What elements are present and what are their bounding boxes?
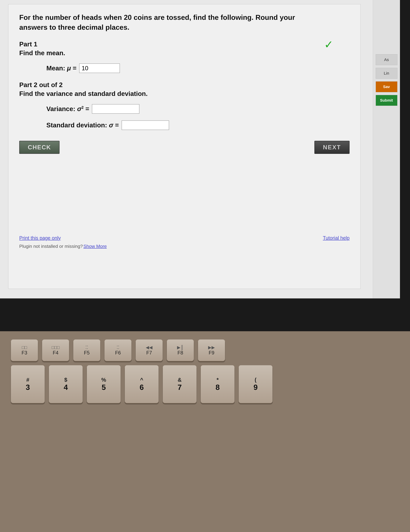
key-5-bottom: 5 bbox=[102, 383, 106, 392]
key-7-top: & bbox=[178, 377, 182, 383]
fn-key-row: □□ F3 □□□ F4 ⁚⁚ F5 ⁚⁚ F6 ◀◀ F7 ▶║ F8 bbox=[11, 339, 399, 361]
show-more-link[interactable]: Show More bbox=[83, 244, 107, 249]
key-f3-label: F3 bbox=[22, 350, 27, 356]
plugin-notice-text: Plugin not installed or missing? bbox=[19, 244, 83, 249]
sidebar-btn-submit[interactable]: Submit bbox=[376, 95, 397, 106]
page-content: For the number of heads when 20 coins ar… bbox=[8, 4, 361, 289]
key-6[interactable]: ^ 6 bbox=[125, 365, 159, 403]
footer-links: Print this page only Tutorial help bbox=[19, 235, 350, 241]
keyboard-area: □□ F3 □□□ F4 ⁚⁚ F5 ⁚⁚ F6 ◀◀ F7 ▶║ F8 bbox=[0, 315, 410, 532]
key-4-bottom: 4 bbox=[64, 383, 68, 392]
std-label: Standard deviation: σ = bbox=[46, 121, 119, 129]
key-9-bottom: 9 bbox=[253, 383, 258, 392]
next-button[interactable]: NEXT bbox=[314, 141, 350, 154]
keyboard-rows: □□ F3 □□□ F4 ⁚⁚ F5 ⁚⁚ F6 ◀◀ F7 ▶║ F8 bbox=[0, 331, 410, 415]
key-8-top: * bbox=[216, 377, 219, 383]
part1-description: Find the mean. bbox=[19, 49, 350, 57]
key-f3[interactable]: □□ F3 bbox=[11, 339, 38, 361]
key-f6-top-icon: ⁚⁚ bbox=[117, 345, 119, 350]
key-f8-top-icon: ▶║ bbox=[177, 345, 184, 350]
key-6-bottom: 6 bbox=[140, 383, 144, 392]
key-f4-top-icon: □□□ bbox=[52, 345, 59, 350]
mean-label: Mean: μ = bbox=[46, 65, 76, 72]
right-sidebar: As Lin Sav Submit bbox=[373, 0, 400, 298]
sidebar-btn-as[interactable]: As bbox=[376, 54, 397, 65]
key-f6[interactable]: ⁚⁚ F6 bbox=[104, 339, 131, 361]
problem-statement: For the number of heads when 20 coins ar… bbox=[19, 12, 317, 32]
part1-section: Part 1 Find the mean. Mean: μ = bbox=[19, 40, 350, 73]
part2-description: Find the variance and standard deviation… bbox=[19, 90, 350, 97]
key-f7[interactable]: ◀◀ F7 bbox=[136, 339, 163, 361]
key-3-top: # bbox=[26, 377, 29, 383]
keyboard-top-bar bbox=[0, 315, 410, 331]
key-f8[interactable]: ▶║ F8 bbox=[167, 339, 194, 361]
checkmark-icon: ✓ bbox=[324, 38, 333, 51]
key-f7-top-icon: ◀◀ bbox=[146, 345, 152, 350]
std-input[interactable] bbox=[122, 120, 169, 130]
key-f6-label: F6 bbox=[115, 350, 121, 356]
key-4-top: $ bbox=[64, 377, 67, 383]
sidebar-btn-lin[interactable]: Lin bbox=[376, 68, 397, 79]
key-9[interactable]: ( 9 bbox=[239, 365, 272, 403]
mean-input-row: Mean: μ = bbox=[46, 64, 350, 73]
sidebar-btn-save[interactable]: Sav bbox=[376, 81, 397, 92]
key-8-bottom: 8 bbox=[215, 383, 220, 392]
variance-input[interactable] bbox=[92, 104, 139, 114]
part1-checkmark-container: ✓ bbox=[324, 38, 333, 51]
key-f9-top-icon: ▶▶ bbox=[208, 345, 215, 350]
key-f5-label: F5 bbox=[84, 350, 90, 356]
key-f5-top-icon: ⁚⁚ bbox=[85, 345, 88, 350]
part1-label: Part 1 bbox=[19, 40, 350, 48]
key-7-bottom: 7 bbox=[178, 383, 182, 392]
key-f4-label: F4 bbox=[53, 350, 58, 356]
buttons-row: CHECK NEXT bbox=[19, 141, 350, 154]
key-4[interactable]: $ 4 bbox=[49, 365, 83, 403]
key-3-bottom: 3 bbox=[26, 383, 30, 392]
key-f5[interactable]: ⁚⁚ F5 bbox=[73, 339, 100, 361]
num-key-row: # 3 $ 4 % 5 ^ 6 & 7 * 8 bbox=[11, 365, 399, 403]
key-f8-label: F8 bbox=[177, 350, 183, 356]
tutorial-link[interactable]: Tutorial help bbox=[323, 235, 350, 241]
part2-section: Part 2 out of 2 Find the variance and st… bbox=[19, 81, 350, 130]
key-f4[interactable]: □□□ F4 bbox=[42, 339, 69, 361]
key-f7-label: F7 bbox=[146, 350, 152, 356]
part2-label: Part 2 out of 2 bbox=[19, 81, 350, 89]
print-link[interactable]: Print this page only bbox=[19, 235, 61, 241]
plugin-notice-row: Plugin not installed or missing? Show Mo… bbox=[19, 244, 350, 249]
key-5-top: % bbox=[101, 377, 106, 383]
key-8[interactable]: * 8 bbox=[201, 365, 234, 403]
mean-input[interactable] bbox=[79, 64, 120, 73]
key-3[interactable]: # 3 bbox=[11, 365, 45, 403]
key-f9-label: F9 bbox=[209, 350, 214, 356]
variance-input-row: Variance: σ2 = bbox=[46, 104, 350, 114]
key-5[interactable]: % 5 bbox=[87, 365, 121, 403]
variance-label: Variance: σ2 = bbox=[46, 105, 89, 113]
browser-window: For the number of heads when 20 coins ar… bbox=[0, 0, 400, 298]
key-f3-top-icon: □□ bbox=[22, 345, 27, 350]
key-7[interactable]: & 7 bbox=[163, 365, 196, 403]
key-f9[interactable]: ▶▶ F9 bbox=[198, 339, 225, 361]
key-9-top: ( bbox=[255, 377, 256, 383]
std-input-row: Standard deviation: σ = bbox=[46, 120, 350, 130]
key-6-top: ^ bbox=[140, 377, 143, 383]
check-button[interactable]: CHECK bbox=[19, 141, 59, 154]
